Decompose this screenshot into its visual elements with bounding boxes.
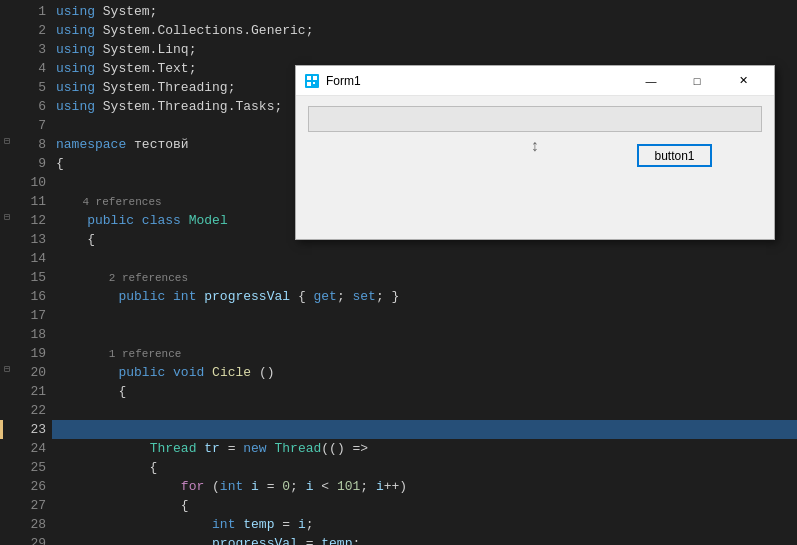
ln-10: 10 (14, 173, 46, 192)
ln-24: 24 (14, 439, 46, 458)
code-line-22 (52, 401, 797, 420)
ln-15: 15 (14, 268, 46, 287)
svg-rect-3 (307, 82, 311, 86)
ln-25: 25 (14, 458, 46, 477)
ln-11: 11 (14, 192, 46, 211)
code-line-1: using System; (52, 2, 797, 21)
code-line-18 (52, 325, 797, 344)
ln-22: 22 (14, 401, 46, 420)
button1[interactable]: button1 (637, 144, 712, 167)
code-line-14 (52, 249, 797, 268)
ln-8: 8 (14, 135, 46, 154)
ln-21: 21 (14, 382, 46, 401)
ln-26: 26 (14, 477, 46, 496)
svg-rect-1 (307, 76, 311, 80)
code-line-17 (52, 306, 797, 325)
form-app-icon (304, 73, 320, 89)
ln-14: 14 (14, 249, 46, 268)
line-numbers: 1 2 3 4 5 6 7 8 9 10 11 12 13 14 15 16 1… (14, 0, 52, 545)
fold-icon-line12[interactable]: ⊟ (0, 211, 14, 223)
svg-rect-2 (313, 76, 317, 80)
ln-12: 12 (14, 211, 46, 230)
code-line-20: public void Cicle () (52, 363, 797, 382)
form-window: Form1 — □ ✕ button1 ↕ (295, 65, 775, 240)
code-line-25: { (52, 458, 797, 477)
current-line-marker (0, 420, 3, 439)
code-line-16: public int progressVal { get; set; } (52, 287, 797, 306)
close-button[interactable]: ✕ (720, 66, 766, 96)
fold-icon-line8[interactable]: ⊟ (0, 135, 14, 147)
ln-29: 29 (14, 534, 46, 545)
ln-20: 20 (14, 363, 46, 382)
ln-23: 23 (14, 420, 46, 439)
form-body: button1 ↕ (296, 96, 774, 158)
svg-rect-4 (313, 82, 315, 84)
ln-6: 6 (14, 97, 46, 116)
code-line-21: { (52, 382, 797, 401)
code-line-24: Thread tr = new Thread(() => (52, 439, 797, 458)
ln-7: 7 (14, 116, 46, 135)
code-line-2: using System.Collections.Generic; (52, 21, 797, 40)
ln-18: 18 (14, 325, 46, 344)
code-line-28: int temp = i; (52, 515, 797, 534)
ln-4: 4 (14, 59, 46, 78)
code-line-3: using System.Linq; (52, 40, 797, 59)
progress-bar (308, 106, 762, 132)
ln-3: 3 (14, 40, 46, 59)
form-title: Form1 (326, 74, 628, 88)
resize-handle[interactable]: ↕ (530, 138, 540, 156)
left-gutter: ⊟ ⊟ ⊟ (0, 0, 14, 545)
ln-5: 5 (14, 78, 46, 97)
code-line-29: progressVal = temp; (52, 534, 797, 545)
ln-19: 19 (14, 344, 46, 363)
ln-16: 16 (14, 287, 46, 306)
fold-icon-line20[interactable]: ⊟ (0, 363, 14, 375)
ln-1: 1 (14, 2, 46, 21)
code-line-15: 2 references (52, 268, 797, 287)
ln-13: 13 (14, 230, 46, 249)
maximize-button[interactable]: □ (674, 66, 720, 96)
form-titlebar[interactable]: Form1 — □ ✕ (296, 66, 774, 96)
ln-27: 27 (14, 496, 46, 515)
ln-9: 9 (14, 154, 46, 173)
form-window-controls: — □ ✕ (628, 66, 766, 96)
ln-2: 2 (14, 21, 46, 40)
ln-17: 17 (14, 306, 46, 325)
code-line-19: 1 reference (52, 344, 797, 363)
code-line-26: for (int i = 0; i < 101; i++) (52, 477, 797, 496)
ln-28: 28 (14, 515, 46, 534)
code-line-23 (52, 420, 797, 439)
code-line-27: { (52, 496, 797, 515)
minimize-button[interactable]: — (628, 66, 674, 96)
